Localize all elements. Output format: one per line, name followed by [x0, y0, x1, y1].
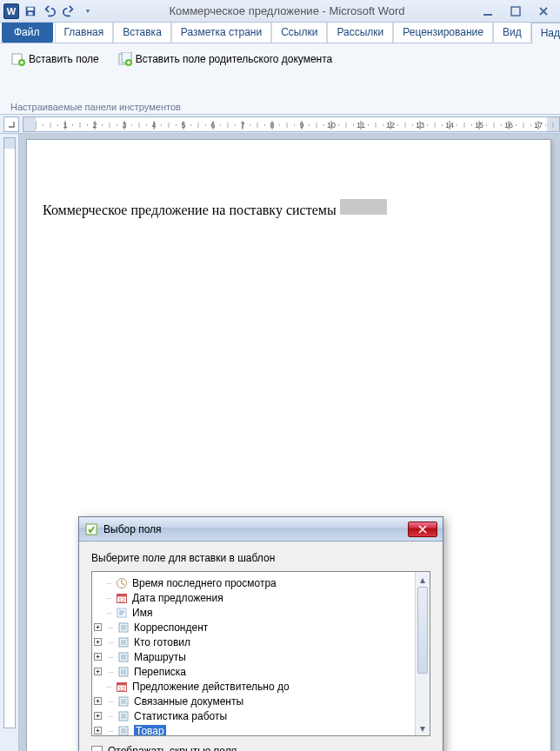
tree-node-label: Предложение действительно до: [132, 681, 290, 693]
document-area: Коммерческое предложение на поставку сис…: [0, 134, 560, 751]
word-app-icon: W: [3, 3, 19, 19]
field-picker-dialog: Выбор поля Выберите поле для вставки в ш…: [78, 516, 443, 751]
tab-file[interactable]: Файл: [2, 23, 53, 43]
tree-node-label: Переписка: [134, 666, 186, 678]
scroll-down-icon[interactable]: ▾: [416, 721, 430, 735]
tree-node[interactable]: ····Кто готовил: [94, 635, 413, 649]
svg-text:5: 5: [181, 121, 185, 130]
tree-node-label: Время последнего просмотра: [132, 577, 277, 589]
svg-text:8: 8: [270, 121, 274, 130]
tree-connector: ····: [103, 579, 115, 588]
dialog-titlebar[interactable]: Выбор поля: [79, 517, 443, 542]
minimize-button[interactable]: [478, 4, 497, 18]
folder-icon: [117, 651, 130, 663]
vertical-ruler[interactable]: [0, 134, 19, 751]
svg-text:14: 14: [445, 121, 454, 130]
insert-parent-field-button[interactable]: Вставить поле родительского документа: [112, 49, 339, 70]
redo-button[interactable]: [61, 3, 77, 19]
folder-icon: [117, 725, 130, 736]
merge-field-placeholder[interactable]: [340, 199, 387, 215]
svg-text:12: 12: [386, 121, 395, 130]
qat-customize-icon[interactable]: ▾: [80, 3, 96, 19]
tree-connector: ····: [104, 712, 117, 721]
tree-connector: ····: [104, 638, 117, 647]
tree-connector: ····: [104, 623, 117, 632]
expand-toggle-icon[interactable]: [94, 668, 104, 675]
horizontal-ruler[interactable]: 1234567891011121314151617: [23, 116, 560, 132]
show-hidden-row: Отображать скрытые поля: [91, 745, 430, 751]
svg-text:2: 2: [92, 121, 97, 130]
dialog-close-button[interactable]: [408, 522, 437, 537]
svg-text:7: 7: [240, 121, 244, 130]
expand-toggle-icon[interactable]: [94, 727, 104, 734]
svg-rect-1: [28, 7, 34, 10]
svg-rect-3: [483, 14, 492, 16]
expand-toggle-icon[interactable]: [94, 697, 104, 705]
expand-toggle-icon[interactable]: [94, 638, 104, 646]
svg-text:1: 1: [63, 121, 67, 130]
expand-toggle-icon[interactable]: [94, 712, 104, 720]
svg-text:11: 11: [357, 121, 365, 130]
svg-text:9: 9: [299, 121, 303, 130]
insert-parent-field-icon: [118, 52, 132, 66]
tree-node[interactable]: ····Товар: [94, 723, 413, 735]
tree-connector: ····: [103, 682, 115, 691]
undo-button[interactable]: [42, 3, 57, 19]
tab-insert[interactable]: Вставка: [113, 23, 171, 43]
tree-node[interactable]: ····Имя: [94, 605, 413, 620]
tree-node[interactable]: ····Время последнего просмотра: [94, 575, 413, 590]
tab-view[interactable]: Вид: [493, 23, 531, 43]
svg-text:3: 3: [122, 121, 126, 130]
calendar-icon: 12: [115, 681, 129, 693]
tab-references[interactable]: Ссылки: [271, 23, 327, 43]
tree-scrollbar[interactable]: ▴ ▾: [415, 572, 430, 735]
tree-node-label: Статистика работы: [134, 710, 227, 722]
quick-access-toolbar: ▾: [23, 3, 96, 19]
tree-connector: ····: [104, 727, 117, 735]
expand-toggle-icon[interactable]: [94, 653, 104, 661]
scroll-up-icon[interactable]: ▴: [416, 572, 430, 587]
tree-node[interactable]: ····Корреспондент: [94, 620, 413, 635]
svg-text:15: 15: [475, 121, 483, 130]
save-button[interactable]: [23, 3, 38, 19]
tab-layout[interactable]: Разметка страни: [171, 23, 271, 43]
maximize-button[interactable]: [506, 4, 525, 18]
tree-connector: ····: [103, 594, 115, 602]
tree-node-label: Связанные документы: [134, 695, 243, 708]
svg-text:12: 12: [118, 597, 125, 603]
tab-review[interactable]: Рецензирование: [393, 23, 493, 43]
dialog-icon: [84, 522, 98, 536]
insert-field-button[interactable]: Вставить поле: [5, 49, 105, 70]
folder-icon: [117, 710, 130, 722]
close-button[interactable]: [534, 4, 553, 18]
text-icon: [115, 607, 129, 619]
ribbon-tabs: Файл Главная Вставка Разметка страни Ссы…: [0, 23, 560, 43]
expand-toggle-icon[interactable]: [94, 623, 104, 631]
tab-selector[interactable]: [3, 116, 19, 132]
tree-node[interactable]: ····Связанные документы: [94, 694, 413, 708]
folder-icon: [117, 666, 130, 678]
scroll-thumb[interactable]: [417, 587, 428, 674]
tree-node-label: Кто готовил: [134, 636, 190, 648]
folder-icon: [117, 621, 130, 634]
svg-text:13: 13: [416, 121, 424, 130]
tree-node[interactable]: ····12Предложение действительно до: [94, 679, 413, 694]
ribbon-group-label: Настраиваемые панели инструментов: [10, 102, 181, 112]
tree-node[interactable]: ····Переписка: [94, 664, 413, 679]
tree-node[interactable]: ····12Дата предложения: [94, 590, 413, 605]
tree-node-label: Товар: [134, 725, 166, 736]
svg-text:12: 12: [118, 686, 125, 692]
insert-parent-field-label: Вставить поле родительского документа: [136, 53, 333, 65]
show-hidden-checkbox[interactable]: [91, 746, 103, 752]
tab-mailings[interactable]: Рассылки: [327, 23, 393, 43]
clock-icon: [115, 577, 129, 589]
insert-field-icon: [11, 52, 25, 66]
tab-home[interactable]: Главная: [55, 23, 114, 43]
calendar-icon: 12: [115, 592, 129, 604]
ruler-ticks: 1234567891011121314151617: [36, 117, 557, 132]
tab-addins[interactable]: Надстройки: [531, 23, 560, 43]
tree-node[interactable]: ····Статистика работы: [94, 708, 413, 723]
tree-node-label: Маршруты: [134, 651, 186, 663]
tree-node[interactable]: ····Маршруты: [94, 649, 413, 664]
field-tree-list[interactable]: ····Время последнего просмотра····12Дата…: [92, 572, 415, 735]
